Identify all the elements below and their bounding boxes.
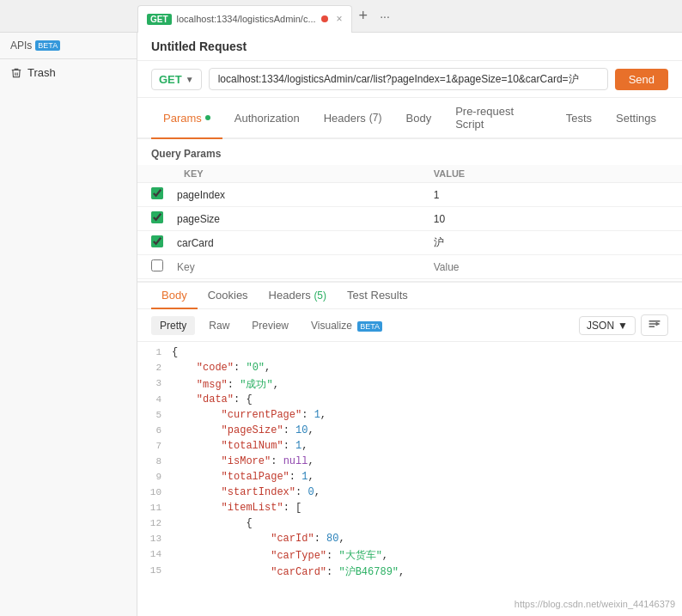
request-tabs: Params Authorization Headers (7) Body Pr… [137, 98, 682, 139]
wrap-icon [648, 318, 661, 330]
row2-value[interactable]: 10 [427, 207, 682, 231]
method-select[interactable]: GET ▼ [151, 69, 202, 90]
format-raw[interactable]: Raw [200, 316, 238, 335]
row3-value[interactable]: 沪 [427, 231, 682, 255]
json-line: 9 "totalPage": 1, [137, 470, 682, 485]
new-row-checkbox[interactable] [151, 259, 163, 271]
tab-authorization[interactable]: Authorization [222, 98, 312, 139]
json-line: 15 "carCard": "沪B46789", [137, 564, 682, 580]
watermark: https://blog.csdn.net/weixin_44146379 [515, 599, 675, 609]
json-line: 10 "startIndex": 0, [137, 485, 682, 501]
format-visualize[interactable]: Visualize BETA [302, 316, 391, 335]
query-params-label: Query Params [137, 139, 682, 165]
json-line: 4 "data": { [137, 393, 682, 408]
json-line: 7 "totalNum": 1, [137, 439, 682, 454]
value-column-header: VALUE [427, 165, 682, 183]
sidebar-beta-badge: BETA [35, 40, 60, 51]
json-line: 2 "code": "0", [137, 361, 682, 376]
method-label: GET [159, 73, 182, 86]
url-input[interactable] [209, 68, 608, 90]
tab-settings[interactable]: Settings [604, 98, 668, 139]
row2-key[interactable]: pageSize [170, 207, 427, 231]
app-container: GET localhost:1334/logisticsAdmin/c... ×… [0, 0, 682, 616]
table-row: pageSize 10 [137, 207, 682, 231]
row1-checkbox[interactable] [151, 187, 163, 199]
sidebar: APIs BETA Trash ··· [0, 33, 137, 616]
sidebar-trash-label: Trash [27, 66, 56, 79]
key-column-header: KEY [170, 165, 427, 183]
table-row: carCard 沪 [137, 231, 682, 255]
tab-headers[interactable]: Headers (7) [312, 98, 394, 139]
row1-value[interactable]: 1 [427, 183, 682, 207]
sidebar-apis-label: APIs [10, 40, 32, 52]
tab-params[interactable]: Params [151, 98, 222, 139]
row2-checkbox[interactable] [151, 211, 163, 223]
response-tabs: Body Cookies Headers (5) Test Results [137, 281, 682, 309]
res-tab-body[interactable]: Body [151, 283, 198, 309]
res-tab-cookies[interactable]: Cookies [198, 283, 259, 309]
tab-more-button[interactable]: ··· [374, 9, 395, 23]
json-line: 6 "pageSize": 10, [137, 424, 682, 439]
json-format-select[interactable]: JSON ▼ [579, 316, 636, 335]
params-table: KEY VALUE pageIndex 1 pageSize 10 [137, 165, 682, 279]
row1-key[interactable]: pageIndex [170, 183, 427, 207]
tab-prerequest[interactable]: Pre-request Script [443, 98, 554, 139]
new-tab-button[interactable]: + [352, 7, 375, 25]
json-line: 5 "currentPage": 1, [137, 408, 682, 424]
new-param-row [137, 255, 682, 279]
tab-body[interactable]: Body [394, 98, 444, 139]
json-line: 13 "carId": 80, [137, 532, 682, 547]
method-chevron-icon: ▼ [186, 75, 194, 84]
request-title: Untitled Request [137, 33, 682, 61]
content-area: Untitled Request GET ▼ Send Params Autho… [137, 33, 682, 616]
table-row: pageIndex 1 [137, 183, 682, 207]
json-line: 11 "itemList": [ [137, 501, 682, 516]
params-dot [205, 115, 210, 120]
tab-tests[interactable]: Tests [554, 98, 604, 139]
trash-icon [10, 67, 22, 79]
json-line: 3 "msg": "成功", [137, 376, 682, 393]
main-layout: APIs BETA Trash ··· Untitled Request [0, 33, 682, 616]
wrap-button[interactable] [641, 314, 668, 336]
tab-bar: GET localhost:1334/logisticsAdmin/c... ×… [0, 0, 682, 33]
tab-url: localhost:1334/logisticsAdmin/c... [177, 14, 316, 24]
new-key-input[interactable] [177, 261, 420, 273]
send-button[interactable]: Send [615, 69, 668, 90]
res-tab-test-results[interactable]: Test Results [337, 283, 418, 309]
sidebar-trash-item[interactable]: Trash [0, 59, 137, 86]
visualize-beta-badge: BETA [357, 321, 382, 332]
json-line: 1 { [137, 345, 682, 361]
format-pretty[interactable]: Pretty [151, 316, 195, 335]
json-select-chevron: ▼ [618, 320, 628, 332]
tab-method-badge: GET [147, 14, 172, 25]
sidebar-apis-item[interactable]: APIs BETA [0, 33, 137, 59]
format-preview[interactable]: Preview [243, 316, 297, 335]
json-response-view: 1 { 2 "code": "0", 3 "msg": "成功", 4 " [137, 342, 682, 616]
tab-close-button[interactable]: × [337, 13, 343, 25]
json-line: 14 "carType": "大货车", [137, 547, 682, 564]
response-toolbar: Pretty Raw Preview Visualize BETA JSON ▼ [137, 309, 682, 342]
new-value-input[interactable] [434, 261, 675, 273]
tab-modified-dot [321, 15, 328, 22]
row3-checkbox[interactable] [151, 235, 163, 247]
json-line: 12 { [137, 516, 682, 532]
url-bar: GET ▼ Send [137, 61, 682, 98]
res-tab-headers[interactable]: Headers (5) [259, 283, 337, 309]
request-tab[interactable]: GET localhost:1334/logisticsAdmin/c... × [137, 5, 352, 33]
json-line: 8 "isMore": null, [137, 454, 682, 470]
row3-key[interactable]: carCard [170, 231, 427, 255]
